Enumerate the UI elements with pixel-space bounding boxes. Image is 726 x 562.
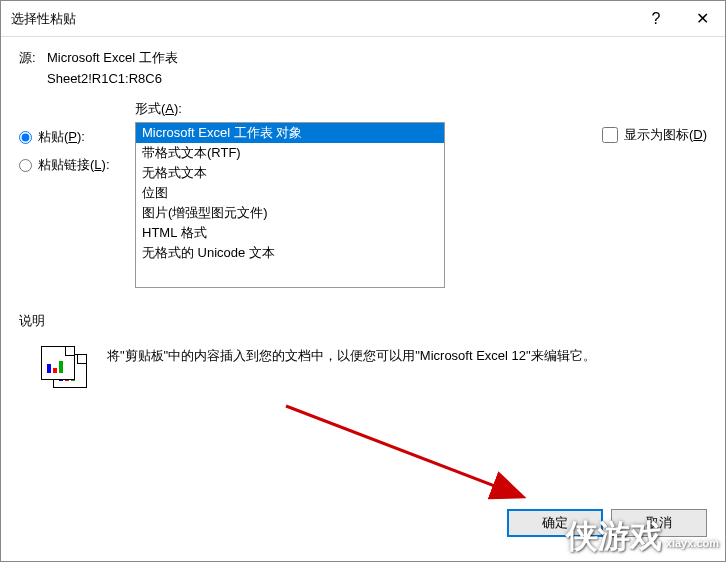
ok-button[interactable]: 确定 — [507, 509, 603, 537]
format-option[interactable]: Microsoft Excel 工作表 对象 — [136, 123, 444, 143]
title-bar: 选择性粘贴 ? ✕ — [1, 1, 725, 37]
format-label: 形式(A): — [135, 100, 580, 118]
format-option[interactable]: HTML 格式 — [136, 223, 444, 243]
display-as-icon-input[interactable] — [602, 127, 618, 143]
source-label: 源: — [19, 49, 47, 67]
cancel-button[interactable]: 取消 — [611, 509, 707, 537]
source-value: Microsoft Excel 工作表 — [47, 49, 178, 67]
source-range: Sheet2!R1C1:R8C6 — [47, 71, 707, 86]
svg-line-1 — [286, 406, 521, 496]
format-option[interactable]: 位图 — [136, 183, 444, 203]
format-option[interactable]: 无格式文本 — [136, 163, 444, 183]
description-text: 将"剪贴板"中的内容插入到您的文档中，以便您可以用"Microsoft Exce… — [107, 346, 596, 366]
display-as-icon-checkbox[interactable]: 显示为图标(D) — [602, 126, 707, 144]
description-label: 说明 — [19, 312, 707, 330]
paste-radio-input[interactable] — [19, 131, 32, 144]
dialog-title: 选择性粘贴 — [11, 10, 633, 28]
annotation-arrow — [281, 401, 561, 521]
paste-special-icon — [39, 346, 87, 394]
format-option[interactable]: 带格式文本(RTF) — [136, 143, 444, 163]
format-option[interactable]: 图片(增强型图元文件) — [136, 203, 444, 223]
close-button[interactable]: ✕ — [679, 1, 725, 37]
paste-radio[interactable]: 粘贴(P): — [19, 128, 135, 146]
paste-link-radio-input[interactable] — [19, 159, 32, 172]
help-button[interactable]: ? — [633, 1, 679, 37]
format-option[interactable]: 无格式的 Unicode 文本 — [136, 243, 444, 263]
paste-link-radio[interactable]: 粘贴链接(L): — [19, 156, 135, 174]
format-listbox[interactable]: Microsoft Excel 工作表 对象带格式文本(RTF)无格式文本位图图… — [135, 122, 445, 288]
